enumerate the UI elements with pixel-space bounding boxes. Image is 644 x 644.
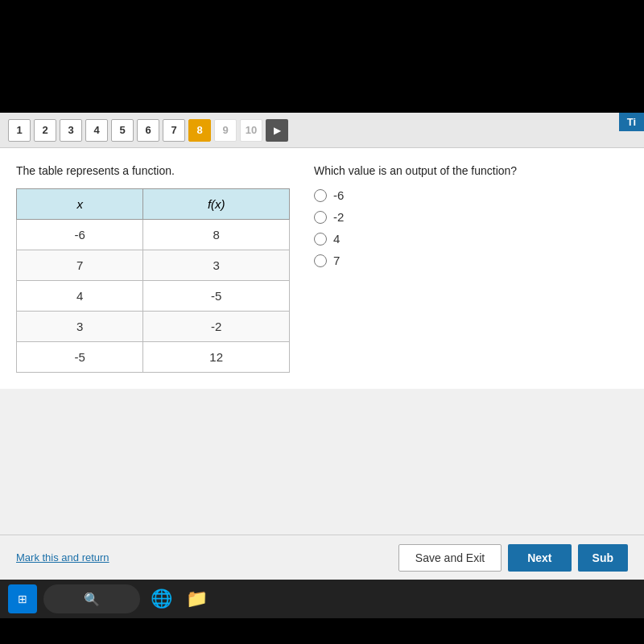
col-header-x: x xyxy=(17,189,143,220)
table-intro-text: The table represents a function. xyxy=(16,164,290,177)
top-black-area xyxy=(0,0,644,113)
radio-option-2[interactable] xyxy=(314,211,327,224)
table-row: 7 3 xyxy=(17,250,290,281)
mark-return-link[interactable]: Mark this and return xyxy=(16,551,109,564)
table-row: 4 -5 xyxy=(17,281,290,312)
windows-icon[interactable]: ⊞ xyxy=(8,584,37,613)
submit-button[interactable]: Sub xyxy=(578,544,628,572)
option-label-3: 4 xyxy=(333,232,340,246)
option-label-1: -6 xyxy=(333,188,344,202)
content-wrapper: The table represents a function. x f(x) … xyxy=(0,148,644,389)
cell-x-4: 3 xyxy=(17,312,143,342)
option-label-2: -2 xyxy=(333,210,344,224)
nav-num-3[interactable]: 3 xyxy=(60,119,82,142)
option-item-3[interactable]: 4 xyxy=(314,232,628,246)
cell-fx-5: 12 xyxy=(143,342,290,373)
option-item-4[interactable]: 7 xyxy=(314,254,628,267)
cell-fx-3: -5 xyxy=(143,281,290,312)
radio-option-4[interactable] xyxy=(314,254,327,267)
cell-x-5: -5 xyxy=(17,342,143,373)
radio-option-3[interactable] xyxy=(314,233,327,246)
nav-num-5[interactable]: 5 xyxy=(111,119,134,142)
main-area: Ti 1 2 3 4 5 6 7 8 9 10 ▶ The table repr… xyxy=(0,113,644,580)
nav-num-1[interactable]: 1 xyxy=(8,119,31,142)
answer-options: -6 -2 4 7 xyxy=(314,188,628,267)
cell-x-1: -6 xyxy=(17,220,143,250)
screen: Ti 1 2 3 4 5 6 7 8 9 10 ▶ The table repr… xyxy=(0,0,644,644)
next-button[interactable]: Next xyxy=(508,544,571,572)
question-text: Which value is an output of the function… xyxy=(314,164,628,177)
cell-x-2: 7 xyxy=(17,250,143,281)
cell-fx-1: 8 xyxy=(143,220,290,250)
nav-num-4[interactable]: 4 xyxy=(85,119,108,142)
nav-num-7[interactable]: 7 xyxy=(163,119,185,142)
action-buttons: Save and Exit Next Sub xyxy=(398,544,628,572)
option-item-1[interactable]: -6 xyxy=(314,188,628,202)
ti-corner-badge: Ti xyxy=(619,113,644,131)
question-nav-bar: 1 2 3 4 5 6 7 8 9 10 ▶ xyxy=(0,113,644,148)
col-header-fx: f(x) xyxy=(143,189,290,220)
nav-arrow-next[interactable]: ▶ xyxy=(266,119,288,142)
file-explorer-icon[interactable]: 📁 xyxy=(182,584,211,613)
nav-num-10[interactable]: 10 xyxy=(240,119,262,142)
option-item-2[interactable]: -2 xyxy=(314,210,628,224)
nav-num-6[interactable]: 6 xyxy=(137,119,159,142)
nav-num-8[interactable]: 8 xyxy=(188,119,211,142)
taskbar: ⊞ 🔍 🌐 📁 xyxy=(0,580,644,618)
left-panel: The table represents a function. x f(x) … xyxy=(16,164,290,373)
function-table: x f(x) -6 8 7 3 xyxy=(16,188,290,373)
cell-fx-2: 3 xyxy=(143,250,290,281)
radio-option-1[interactable] xyxy=(314,189,327,202)
right-panel: Which value is an output of the function… xyxy=(314,164,628,373)
taskbar-search[interactable]: 🔍 xyxy=(43,584,140,613)
table-row: 3 -2 xyxy=(17,312,290,342)
save-exit-button[interactable]: Save and Exit xyxy=(398,544,502,572)
option-label-4: 7 xyxy=(333,254,340,267)
nav-num-2[interactable]: 2 xyxy=(34,119,56,142)
nav-num-9[interactable]: 9 xyxy=(214,119,237,142)
table-row: -5 12 xyxy=(17,342,290,373)
bottom-bar: Mark this and return Save and Exit Next … xyxy=(0,535,644,580)
chrome-icon[interactable]: 🌐 xyxy=(147,584,175,613)
cell-x-3: 4 xyxy=(17,281,143,312)
cell-fx-4: -2 xyxy=(143,312,290,342)
table-row: -6 8 xyxy=(17,220,290,250)
